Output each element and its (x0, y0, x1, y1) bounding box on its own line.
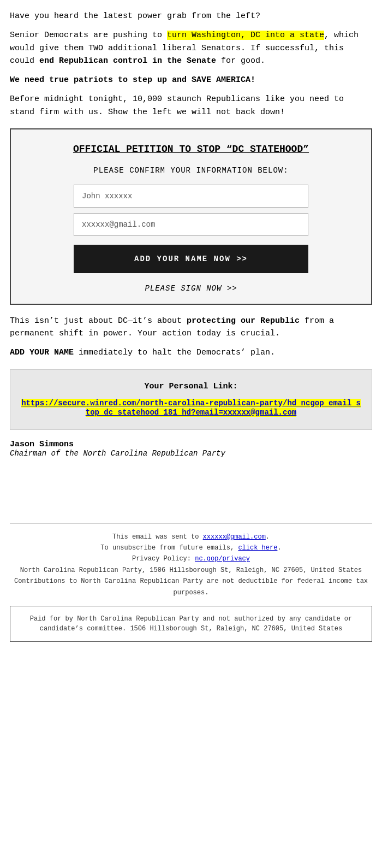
body2-para2: ADD YOUR NAME immediately to halt the De… (10, 346, 372, 359)
intro-para1-bold: end Republican control in the Senate (39, 56, 216, 66)
body2-para1: This isn’t just about DC—it’s about prot… (10, 315, 372, 340)
petition-form: ADD YOUR NAME NOW >> PLEASE SIGN NOW >> (26, 185, 356, 293)
personal-link-title: Your Personal Link: (21, 382, 361, 391)
footer-address: North Carolina Republican Party, 1506 Hi… (10, 565, 372, 576)
body2-para1-pre: This isn’t just about DC—it’s about (10, 316, 187, 326)
footer-privacy: Privacy Policy: nc.gop/privacy (10, 553, 372, 564)
spacer (10, 458, 372, 523)
intro-line1: Have you heard the latest power grab fro… (10, 10, 372, 22)
footer-privacy-link[interactable]: nc.gop/privacy (195, 555, 250, 563)
footer-sent-pre: This email was sent to (112, 533, 203, 541)
intro-para1-end: for good. (216, 56, 265, 66)
name-input[interactable] (74, 185, 308, 208)
body2-para1-bold: protecting our Republic (187, 316, 300, 326)
body2-para2-bold: ADD YOUR NAME (10, 348, 74, 357)
footer-unsubscribe: To unsubscribe from future emails, click… (10, 542, 372, 553)
intro-para3: Before midnight tonight, 10,000 staunch … (10, 93, 372, 119)
intro-para2: We need true patriots to step up and SAV… (10, 74, 372, 86)
email-input[interactable] (74, 213, 308, 236)
footer-unsub-pre: To unsubscribe from future emails, (100, 544, 238, 552)
sig-title: Chairman of the North Carolina Republica… (10, 449, 372, 458)
footer-contributions: Contributions to North Carolina Republic… (10, 576, 372, 598)
intro-para3-text: Before midnight tonight, 10,000 staunch … (10, 95, 344, 116)
sign-now-text: PLEASE SIGN NOW >> (145, 284, 237, 293)
footer: This email was sent to xxxxxx@gmail.com.… (10, 523, 372, 642)
footer-sent-to: This email was sent to xxxxxx@gmail.com. (10, 532, 372, 542)
footer-email-link[interactable]: xxxxxx@gmail.com (203, 533, 266, 541)
body2-para2-post: immediately to halt the Democrats’ plan. (74, 348, 275, 357)
intro-para1: Senior Democrats are pushing to turn Was… (10, 29, 372, 67)
footer-privacy-pre: Privacy Policy: (132, 555, 195, 563)
petition-title: OFFICIAL PETITION TO STOP “DC STATEHOOD” (26, 143, 356, 156)
add-name-button[interactable]: ADD YOUR NAME NOW >> (74, 245, 308, 273)
intro-para1-pre: Senior Democrats are pushing to (10, 31, 167, 40)
petition-box: OFFICIAL PETITION TO STOP “DC STATEHOOD”… (10, 128, 372, 305)
petition-subtitle: PLEASE CONFIRM YOUR INFORMATION BELOW: (26, 166, 356, 175)
personal-link-url[interactable]: https://secure.winred.com/north-carolina… (21, 399, 361, 417)
intro-para1-highlight: turn Washington, DC into a state (167, 31, 324, 40)
sig-name: Jason Simmons (10, 440, 372, 449)
intro-para2-text: We need true patriots to step up and SAV… (10, 75, 255, 85)
intro-line1-text: Have you heard the latest power grab fro… (10, 11, 260, 21)
footer-unsubscribe-link[interactable]: click here (238, 544, 277, 552)
footer-disclaimer: Paid for by North Carolina Republican Pa… (10, 606, 372, 642)
personal-link-box: Your Personal Link: https://secure.winre… (10, 369, 372, 430)
signature: Jason Simmons Chairman of the North Caro… (10, 440, 372, 458)
